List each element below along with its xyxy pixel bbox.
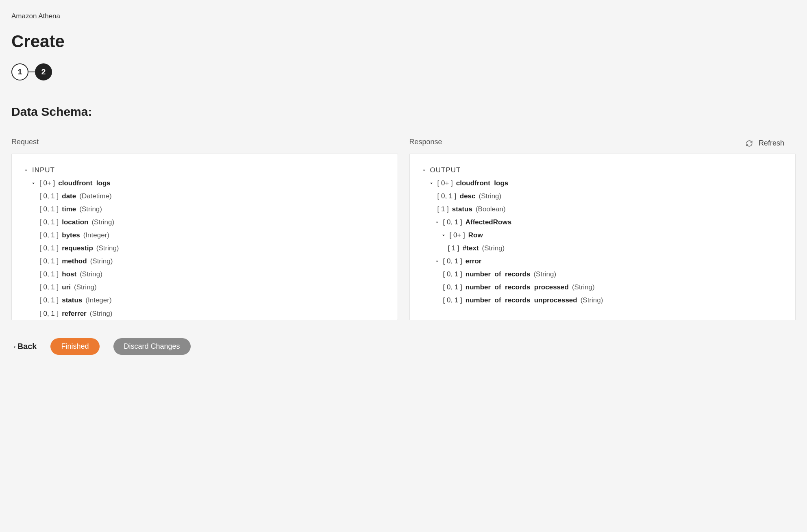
field-type: (String)	[91, 217, 114, 228]
field-name: #text	[463, 243, 479, 254]
field-type: (String)	[581, 295, 603, 306]
request-label: Request	[11, 138, 398, 146]
discard-button[interactable]: Discard Changes	[113, 338, 191, 355]
chevron-down-icon	[429, 180, 434, 186]
field-type: (String)	[96, 243, 119, 254]
group-name: Row	[468, 230, 483, 241]
field-type: (String)	[533, 269, 556, 280]
field-type: (String)	[479, 191, 502, 202]
tree-field[interactable]: [ 0, 1 ] method (String)	[39, 255, 386, 268]
field-name: status	[62, 295, 82, 306]
tree-field[interactable]: [ 0, 1 ] number_of_records_processed (St…	[443, 281, 784, 294]
cardinality-label: [ 0+ ]	[39, 178, 55, 189]
field-name: bytes	[62, 230, 80, 241]
tree-root-label: INPUT	[32, 165, 55, 176]
chevron-down-icon	[30, 180, 36, 186]
step-1[interactable]: 1	[11, 63, 28, 80]
step-connector	[28, 72, 35, 72]
group-name: error	[465, 256, 482, 267]
cardinality-label: [ 0, 1 ]	[443, 282, 462, 293]
field-name: number_of_records_unprocessed	[465, 295, 577, 306]
cardinality-label: [ 0, 1 ]	[39, 256, 59, 267]
request-panel: INPUT [ 0+ ] cloudfront_logs [ 0, 1 ] da…	[11, 154, 398, 320]
step-2[interactable]: 2	[35, 63, 52, 80]
field-type: (String)	[74, 282, 97, 293]
field-name: method	[62, 256, 87, 267]
response-panel: OUTPUT [ 0+ ] cloudfront_logs [ 0, 1 ] d…	[409, 154, 796, 320]
tree-field-desc[interactable]: [ 0, 1 ] desc (String)	[437, 190, 784, 203]
tree-group-error[interactable]: [ 0, 1 ] error	[434, 255, 784, 268]
tree-field[interactable]: [ 0, 1 ] time (String)	[39, 203, 386, 216]
field-type: (String)	[90, 256, 113, 267]
tree-group-cloudfront-logs[interactable]: [ 0+ ] cloudfront_logs	[429, 177, 784, 190]
back-button[interactable]: ‹ Back	[14, 342, 37, 351]
cardinality-label: [ 0, 1 ]	[39, 204, 59, 215]
chevron-left-icon: ‹	[14, 343, 16, 350]
finished-button[interactable]: Finished	[50, 338, 99, 355]
tree-field[interactable]: [ 0, 1 ] status (Integer)	[39, 294, 386, 307]
chevron-down-icon	[434, 258, 440, 264]
cardinality-label: [ 1 ]	[437, 204, 449, 215]
field-name: date	[62, 191, 76, 202]
tree-group-row[interactable]: [ 0+ ] Row	[441, 229, 784, 242]
cardinality-label: [ 1 ]	[448, 243, 459, 254]
tree-field[interactable]: [ 0, 1 ] uri (String)	[39, 281, 386, 294]
field-type: (Datetime)	[79, 191, 111, 202]
field-name: host	[62, 269, 76, 280]
cardinality-label: [ 0, 1 ]	[437, 191, 457, 202]
tree-field-status[interactable]: [ 1 ] status (Boolean)	[437, 203, 784, 216]
cardinality-label: [ 0, 1 ]	[39, 230, 59, 241]
field-name: number_of_records	[465, 269, 531, 280]
page-title: Create	[11, 32, 796, 51]
tree-field[interactable]: [ 0, 1 ] host (String)	[39, 268, 386, 281]
tree-field[interactable]: [ 0, 1 ] referrer (String)	[39, 307, 386, 320]
field-type: (String)	[79, 204, 102, 215]
tree-field[interactable]: [ 0, 1 ] date (Datetime)	[39, 190, 386, 203]
chevron-down-icon	[23, 167, 29, 173]
cardinality-label: [ 0+ ]	[437, 178, 453, 189]
cardinality-label: [ 0, 1 ]	[39, 295, 59, 306]
breadcrumb-link[interactable]: Amazon Athena	[11, 12, 60, 20]
field-name: time	[62, 204, 76, 215]
cardinality-label: [ 0, 1 ]	[443, 295, 462, 306]
field-name: location	[62, 217, 88, 228]
field-name: uri	[62, 282, 71, 293]
tree-field[interactable]: [ 0, 1 ] location (String)	[39, 216, 386, 229]
chevron-down-icon	[441, 232, 446, 238]
field-type: (String)	[572, 282, 595, 293]
tree-field[interactable]: [ 0, 1 ] number_of_records_unprocessed (…	[443, 294, 784, 307]
cardinality-label: [ 0, 1 ]	[39, 269, 59, 280]
tree-root-input[interactable]: INPUT	[23, 164, 386, 177]
field-name: desc	[460, 191, 476, 202]
tree-field-text[interactable]: [ 1 ] #text (String)	[448, 242, 784, 255]
cardinality-label: [ 0+ ]	[450, 230, 465, 241]
chevron-down-icon	[421, 167, 427, 173]
tree-group-affectedrows[interactable]: [ 0, 1 ] AffectedRows	[434, 216, 784, 229]
group-name: cloudfront_logs	[58, 178, 110, 189]
field-name: status	[452, 204, 472, 215]
tree-root-label: OUTPUT	[430, 165, 461, 176]
response-column: Response OUTPUT [ 0+ ] cloudfront_logs […	[409, 138, 796, 320]
chevron-down-icon	[434, 219, 440, 225]
field-type: (Integer)	[85, 295, 111, 306]
tree-root-output[interactable]: OUTPUT	[421, 164, 784, 177]
back-label: Back	[17, 342, 37, 351]
field-type: (String)	[482, 243, 505, 254]
group-name: cloudfront_logs	[456, 178, 508, 189]
response-label: Response	[409, 138, 796, 146]
section-title: Data Schema:	[11, 105, 796, 119]
tree-group-cloudfront-logs[interactable]: [ 0+ ] cloudfront_logs	[30, 177, 386, 190]
cardinality-label: [ 0, 1 ]	[39, 243, 59, 254]
cardinality-label: [ 0, 1 ]	[39, 308, 59, 319]
tree-field[interactable]: [ 0, 1 ] requestip (String)	[39, 242, 386, 255]
cardinality-label: [ 0, 1 ]	[39, 191, 59, 202]
field-type: (Integer)	[83, 230, 109, 241]
cardinality-label: [ 0, 1 ]	[443, 256, 462, 267]
footer-actions: ‹ Back Finished Discard Changes	[11, 338, 796, 355]
group-name: AffectedRows	[465, 217, 511, 228]
field-name: number_of_records_processed	[465, 282, 569, 293]
cardinality-label: [ 0, 1 ]	[39, 217, 59, 228]
tree-field[interactable]: [ 0, 1 ] bytes (Integer)	[39, 229, 386, 242]
tree-field[interactable]: [ 0, 1 ] number_of_records (String)	[443, 268, 784, 281]
stepper: 1 2	[11, 63, 796, 80]
